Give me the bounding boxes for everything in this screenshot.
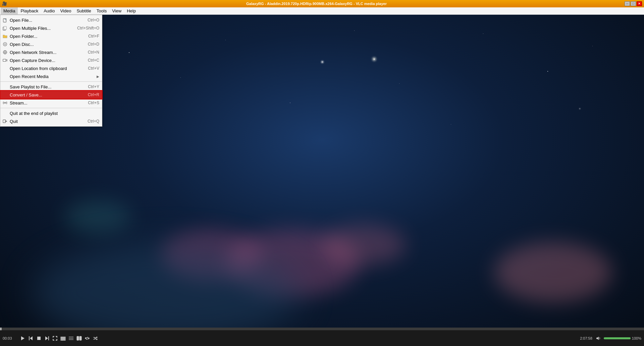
open-file-shortcut: Ctrl+O	[88, 18, 99, 22]
menu-help[interactable]: Help	[124, 7, 139, 15]
open-multiple-shortcut: Ctrl+Shift+O	[77, 26, 99, 30]
svg-rect-14	[37, 337, 41, 340]
time-total: 2:07:58	[576, 336, 592, 340]
svg-rect-26	[77, 336, 79, 340]
open-folder-label: Open Folder...	[10, 34, 82, 39]
time-elapsed: 00:03	[3, 336, 16, 340]
menu-item-quit[interactable]: Quit Ctrl+Q	[0, 117, 102, 125]
menu-media[interactable]: Media	[1, 7, 18, 15]
progress-fill	[0, 328, 2, 330]
open-folder-icon	[2, 33, 8, 39]
open-location-label: Open Location from clipboard	[10, 66, 81, 71]
titlebar-controls: ─ □ ✕	[625, 1, 642, 6]
open-disc-icon	[2, 42, 8, 47]
open-recent-label: Open Recent Media	[10, 74, 97, 79]
menu-video[interactable]: Video	[57, 7, 74, 15]
open-disc-shortcut: Ctrl+D	[88, 42, 99, 47]
open-disc-label: Open Disc...	[10, 42, 81, 47]
svg-marker-15	[45, 336, 48, 340]
open-multiple-icon	[2, 25, 8, 31]
volume-slider[interactable]	[604, 337, 631, 339]
convert-save-label: Convert / Save...	[10, 92, 81, 97]
open-network-shortcut: Ctrl+N	[88, 50, 99, 55]
maximize-button[interactable]: □	[631, 1, 636, 6]
minimize-button[interactable]: ─	[625, 1, 630, 6]
separator-1	[0, 81, 102, 82]
open-recent-icon	[2, 74, 8, 79]
menu-item-convert-save[interactable]: Convert / Save... Ctrl+R	[0, 91, 102, 99]
open-capture-shortcut: Ctrl+C	[88, 58, 99, 63]
quit-label: Quit	[10, 119, 81, 124]
open-folder-shortcut: Ctrl+F	[88, 34, 99, 39]
menu-item-open-disc[interactable]: Open Disc... Ctrl+D	[0, 40, 102, 48]
titlebar-title: GalaxyRG - Aladdin.2019.720p.HDRip.900MB…	[8, 2, 625, 6]
separator-2	[0, 108, 102, 108]
quit-icon	[2, 119, 8, 124]
menu-item-open-file[interactable]: Open File... Ctrl+O	[0, 16, 102, 24]
titlebar: 🎥 GalaxyRG - Aladdin.2019.720p.HDRip.900…	[0, 0, 644, 7]
open-file-icon	[2, 17, 8, 23]
svg-marker-12	[30, 336, 33, 340]
volume-label: 100%	[632, 336, 641, 340]
random-button[interactable]	[92, 335, 99, 342]
next-button[interactable]	[44, 335, 50, 342]
menu-item-open-recent[interactable]: Open Recent Media ▶	[0, 72, 102, 80]
extended-settings-button[interactable]	[60, 335, 66, 342]
menu-subtitle[interactable]: Subtitle	[74, 7, 94, 15]
svg-marker-11	[21, 336, 24, 340]
open-recent-arrow: ▶	[97, 75, 99, 78]
open-file-label: Open File...	[10, 18, 81, 23]
open-location-shortcut: Ctrl+V	[88, 66, 99, 71]
menu-playback[interactable]: Playback	[18, 7, 41, 15]
playlist-button[interactable]	[68, 335, 74, 342]
menu-item-open-location[interactable]: Open Location from clipboard Ctrl+V	[0, 64, 102, 72]
fullscreen-button[interactable]	[52, 335, 58, 342]
svg-point-21	[63, 338, 64, 339]
open-capture-label: Open Capture Device...	[10, 58, 81, 63]
svg-point-20	[62, 337, 63, 338]
svg-rect-2	[4, 26, 7, 30]
menu-item-quit-end[interactable]: Quit at the end of playlist	[0, 109, 102, 117]
svg-rect-16	[48, 336, 49, 340]
stream-shortcut: Ctrl+S	[88, 100, 99, 105]
quit-end-icon	[2, 111, 8, 116]
open-location-icon	[2, 66, 8, 71]
svg-rect-27	[79, 336, 82, 340]
play-button[interactable]	[19, 335, 26, 342]
frame-button[interactable]	[76, 335, 83, 342]
controls-bar: 00:03	[0, 328, 644, 346]
controls-bottom: 00:03	[0, 330, 644, 346]
open-multiple-label: Open Multiple Files...	[10, 26, 70, 31]
quit-shortcut: Ctrl+Q	[88, 119, 99, 124]
menu-item-open-network[interactable]: Open Network Stream... Ctrl+N	[0, 48, 102, 56]
stream-icon	[2, 100, 8, 106]
media-dropdown: Open File... Ctrl+O Open Multiple Files.…	[0, 15, 102, 127]
close-button[interactable]: ✕	[637, 1, 642, 6]
loop-button[interactable]	[84, 335, 91, 342]
volume-icon-button[interactable]	[595, 335, 602, 342]
svg-rect-0	[3, 19, 6, 22]
stop-button[interactable]	[36, 335, 42, 342]
volume-fill	[604, 337, 631, 339]
svg-rect-18	[61, 338, 65, 339]
convert-save-shortcut: Ctrl+R	[88, 92, 99, 97]
titlebar-icon: 🎥	[2, 1, 7, 6]
open-network-icon	[2, 50, 8, 55]
stream-label: Stream...	[10, 100, 81, 106]
menu-audio[interactable]: Audio	[41, 7, 57, 15]
menu-item-save-playlist[interactable]: Save Playlist to File... Ctrl+Y	[0, 83, 102, 91]
svg-point-4	[4, 44, 6, 45]
menu-item-open-capture[interactable]: Open Capture Device... Ctrl+C	[0, 56, 102, 64]
svg-point-3	[3, 43, 7, 46]
menu-view[interactable]: View	[109, 7, 124, 15]
progress-bar[interactable]	[0, 328, 644, 330]
volume-slider-container	[604, 337, 631, 339]
save-playlist-label: Save Playlist to File...	[10, 84, 81, 89]
menu-item-open-folder[interactable]: Open Folder... Ctrl+F	[0, 32, 102, 40]
menu-tools[interactable]: Tools	[94, 7, 109, 15]
menubar: Media Playback Audio Video Subtitle Tool…	[0, 7, 644, 15]
previous-button[interactable]	[28, 335, 34, 342]
menu-item-stream[interactable]: Stream... Ctrl+S	[0, 99, 102, 107]
menu-item-open-multiple[interactable]: Open Multiple Files... Ctrl+Shift+O	[0, 24, 102, 32]
save-playlist-icon	[2, 84, 8, 89]
